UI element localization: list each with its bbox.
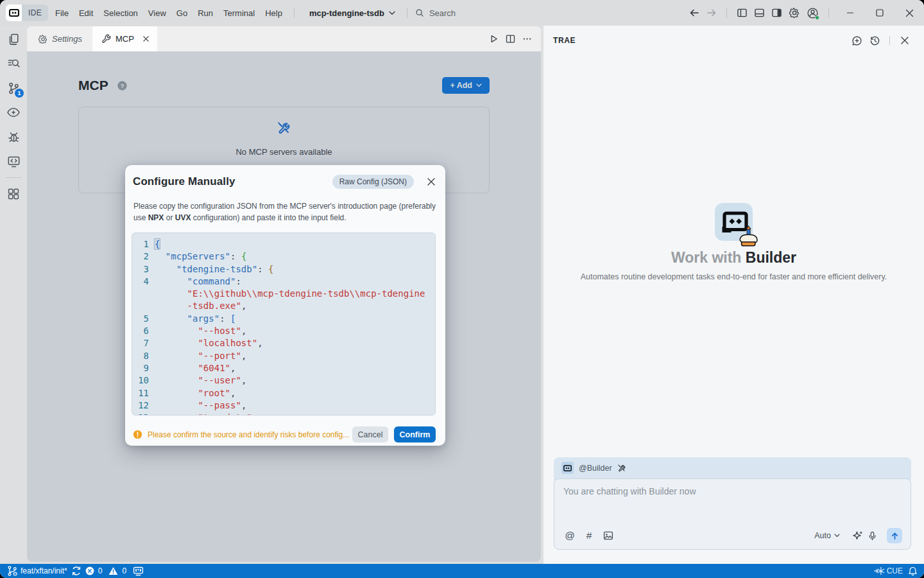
menu-item-file[interactable]: File (50, 6, 74, 21)
app-logo-pill[interactable]: IDE (6, 4, 48, 21)
cue-item[interactable]: CUE (874, 566, 903, 575)
toggle-bottom-panel-button[interactable] (751, 4, 768, 22)
output-panel-item[interactable] (133, 566, 144, 576)
git-branch-label: feat/xftan/init* (21, 566, 67, 575)
source-control-badge: 1 (15, 89, 24, 98)
activity-bar: 1 (0, 26, 27, 564)
extensions-grid-icon[interactable] (3, 183, 24, 205)
source-control-icon[interactable]: 1 (3, 77, 24, 99)
settings-gear-button[interactable] (785, 4, 803, 22)
nav-back-button[interactable] (685, 4, 703, 22)
chevron-down-icon (389, 11, 395, 15)
send-button[interactable] (887, 528, 902, 543)
voice-mic-icon[interactable] (866, 529, 878, 542)
split-editor-button[interactable] (506, 34, 515, 44)
code-line: 8 "--port", (132, 350, 435, 362)
run-button[interactable] (489, 34, 499, 44)
problems-item[interactable]: 0 0 (85, 566, 126, 575)
menu-item-terminal[interactable]: Terminal (218, 6, 260, 21)
window-close-button[interactable] (894, 0, 924, 26)
hero-title-strong: Builder (746, 249, 796, 266)
dialog-title: Configure Manually (133, 175, 235, 188)
nav-forward-button[interactable] (703, 4, 720, 22)
menu-item-help[interactable]: Help (260, 6, 287, 21)
titlebar-divider (828, 8, 829, 18)
toggle-right-sidebar-button[interactable] (768, 4, 785, 22)
close-panel-icon[interactable] (897, 33, 912, 48)
chat-panel-header: TRAE (543, 26, 924, 55)
panel-header-icons (849, 33, 912, 48)
debug-bug-icon[interactable] (3, 126, 24, 148)
new-chat-icon[interactable] (849, 33, 864, 48)
builder-hero: Work with Builder Automates routine deve… (543, 203, 924, 281)
cancel-button[interactable]: Cancel (352, 426, 388, 442)
tab-mcp[interactable]: MCP (92, 26, 157, 51)
trae-logo-icon (6, 4, 22, 21)
warning-message: Please confirm the source and identify r… (133, 430, 349, 439)
raw-config-badge[interactable]: Raw Config (JSON) (332, 175, 414, 189)
tab-bar: Settings MCP (27, 26, 541, 51)
window-minimize-button[interactable] (835, 0, 865, 26)
panel-title: TRAE (553, 36, 576, 45)
dialog-description: Please copy the configuration JSON from … (133, 200, 436, 223)
status-left: feat/xftan/init* 0 0 (6, 565, 144, 577)
tab-settings[interactable]: Settings (30, 26, 92, 51)
warning-icon (133, 430, 142, 439)
mode-selector[interactable]: Auto (814, 531, 840, 540)
dialog-close-icon[interactable] (427, 177, 436, 186)
attach-image-icon[interactable] (602, 529, 615, 542)
menu-item-view[interactable]: View (143, 6, 171, 21)
menu-item-edit[interactable]: Edit (74, 6, 98, 21)
error-count: 0 (98, 566, 103, 575)
menu-item-go[interactable]: Go (171, 6, 193, 21)
search-box[interactable]: Search (414, 6, 461, 21)
menu-item-selection[interactable]: Selection (98, 6, 142, 21)
chat-input-box[interactable]: You are chatting with Builder now @ # Au… (554, 478, 911, 550)
preview-eye-icon[interactable] (3, 101, 24, 123)
titlebar-right (685, 0, 924, 26)
dialog-buttons: Cancel Confirm (352, 426, 436, 442)
agent-tools-icon[interactable] (617, 464, 626, 473)
context-hash-icon[interactable]: # (583, 529, 595, 542)
code-line: 4 "command": (132, 276, 435, 288)
hero-subtitle: Automates routine development tasks end-… (581, 272, 887, 281)
sync-button[interactable] (71, 566, 81, 576)
code-line: 11 "root", (132, 387, 435, 399)
tab-mcp-label: MCP (116, 34, 134, 44)
git-branch-item[interactable]: feat/xftan/init* (6, 565, 67, 577)
app-window: IDE FileEditSelectionViewGoRunTerminalHe… (0, 0, 924, 578)
search-files-icon[interactable] (3, 53, 24, 74)
window-maximize-button[interactable] (865, 0, 894, 26)
project-selector[interactable]: mcp-tdengine-tsdb (301, 6, 400, 21)
hero-title-muted: Work with (671, 249, 741, 266)
ide-label: IDE (22, 4, 48, 21)
history-icon[interactable] (867, 33, 882, 48)
config-json-editor[interactable]: 1{2 "mcpServers": {3 "tdengine-tsdb": {4… (132, 232, 436, 416)
chat-placeholder: You are chatting with Builder now (563, 486, 902, 496)
confirm-button[interactable]: Confirm (394, 426, 436, 442)
code-line: 13 "taosdata" (132, 412, 435, 416)
titlebar: IDE FileEditSelectionViewGoRunTerminalHe… (0, 0, 924, 26)
menu-item-run[interactable]: Run (193, 6, 218, 21)
explorer-icon[interactable] (3, 28, 24, 50)
terminal-panel-icon[interactable] (3, 150, 24, 172)
titlebar-divider (726, 8, 727, 18)
search-icon (415, 8, 424, 17)
chat-toolbar: @ # Auto (563, 528, 902, 543)
toggle-left-sidebar-button[interactable] (733, 4, 751, 22)
dialog-footer: Please confirm the source and identify r… (133, 426, 436, 442)
notifications-bell[interactable] (908, 566, 918, 576)
user-avatar[interactable] (803, 4, 822, 22)
project-name: mcp-tdengine-tsdb (309, 8, 384, 18)
status-right: CUE (874, 566, 918, 576)
panel-header-divider (889, 36, 890, 45)
titlebar-divider (407, 8, 407, 18)
cue-label: CUE (887, 566, 903, 575)
agent-name[interactable]: @Builder (579, 464, 612, 473)
activity-bar-divider (6, 177, 21, 178)
enhance-sparkle-icon[interactable] (851, 529, 864, 542)
more-actions-button[interactable] (522, 34, 532, 44)
mention-icon[interactable]: @ (563, 529, 576, 542)
tab-close-icon[interactable] (142, 35, 150, 42)
code-line: 1{ (132, 238, 435, 250)
